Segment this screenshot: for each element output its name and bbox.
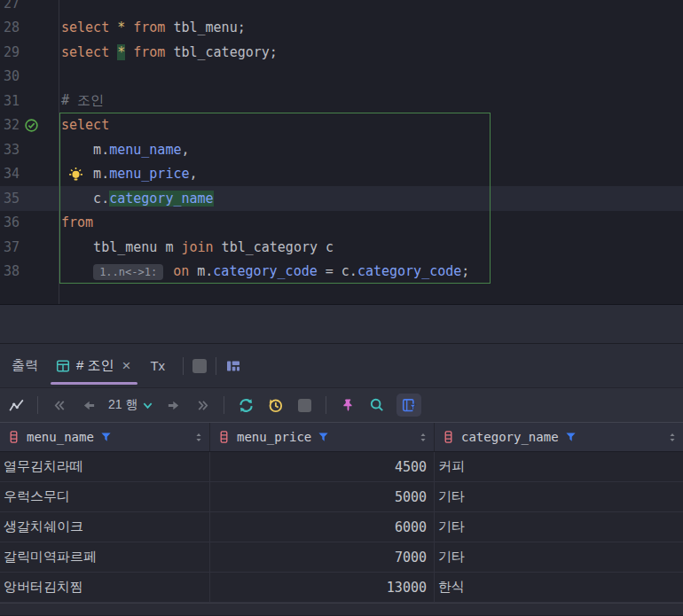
- cell-menu_name[interactable]: 열무김치라떼: [0, 452, 210, 481]
- stop-query-button[interactable]: [294, 395, 314, 415]
- code-segment-id: m.: [189, 263, 213, 279]
- cell-category_name[interactable]: 기타: [435, 542, 683, 572]
- cell-menu_price[interactable]: 7000: [210, 542, 435, 572]
- code-segment-col: menu_price: [109, 166, 189, 182]
- cell-menu_name[interactable]: 갈릭미역파르페: [0, 542, 210, 572]
- code-segment-id: [125, 44, 133, 60]
- table-row[interactable]: 열무김치라떼4500커피: [0, 452, 683, 482]
- page-size-selector[interactable]: 21 행: [108, 397, 153, 413]
- cell-category_name[interactable]: 기타: [435, 482, 683, 511]
- code-line[interactable]: 37 tbl_menu m join tbl_category c: [0, 235, 683, 260]
- code-line[interactable]: 29select * from tbl_category;: [0, 40, 683, 65]
- cell-menu_price[interactable]: 6000: [210, 512, 435, 542]
- sort-icon[interactable]: [193, 432, 204, 443]
- tab-tx[interactable]: Tx: [141, 344, 174, 387]
- line-number: 36: [0, 214, 59, 230]
- layout-settings-button[interactable]: [225, 359, 241, 373]
- code-text[interactable]: from: [59, 214, 93, 230]
- code-line[interactable]: 27: [0, 0, 683, 16]
- column-name: menu_price: [237, 430, 311, 444]
- code-line[interactable]: 34 m.menu_price,: [0, 162, 683, 187]
- arrow-right-icon: [167, 399, 180, 412]
- code-segment-col: category_code: [357, 263, 461, 279]
- line-number: 29: [0, 44, 59, 60]
- sort-icon[interactable]: [667, 432, 678, 443]
- table-row[interactable]: 갈릭미역파르페7000기타: [0, 542, 683, 573]
- previous-page-button[interactable]: [79, 395, 98, 415]
- code-line[interactable]: 31# 조인: [0, 89, 683, 113]
- code-line[interactable]: 30: [0, 65, 683, 90]
- code-segment-id: c.: [61, 191, 109, 207]
- tab-join-result[interactable]: # 조인 ×: [47, 344, 141, 387]
- filter-icon[interactable]: [318, 432, 329, 443]
- close-icon[interactable]: ×: [121, 358, 133, 373]
- arrow-left-icon: [82, 399, 96, 412]
- cell-menu_price[interactable]: 4500: [210, 452, 435, 481]
- code-text[interactable]: tbl_menu m join tbl_category c: [59, 239, 334, 255]
- code-line[interactable]: 32 select: [0, 113, 683, 138]
- code-text[interactable]: 1..n<->1: on m.category_code = c.categor…: [59, 263, 469, 279]
- code-line[interactable]: 28select * from tbl_menu;: [0, 16, 683, 41]
- table-row[interactable]: 생갈치쉐이크6000기타: [0, 512, 683, 542]
- cell-category_name[interactable]: 기타: [435, 512, 683, 542]
- first-page-button[interactable]: [50, 395, 69, 415]
- cell-menu_price[interactable]: 13000: [210, 573, 435, 602]
- toolbar-divider: [37, 396, 38, 414]
- cell-menu_name[interactable]: 우럭스무디: [0, 482, 210, 511]
- code-line[interactable]: 33 m.menu_name,: [0, 137, 683, 162]
- search-button[interactable]: [367, 395, 387, 415]
- code-text[interactable]: select * from tbl_menu;: [59, 19, 246, 35]
- intention-bulb[interactable]: [67, 166, 84, 183]
- code-segment-kw: from: [133, 19, 165, 35]
- code-line[interactable]: 35 c.category_name: [0, 186, 683, 211]
- code-text[interactable]: select * from tbl_category;: [59, 44, 278, 60]
- code-segment-id: tbl_menu;: [165, 19, 245, 35]
- filter-icon[interactable]: [100, 432, 112, 443]
- pin-icon: [341, 398, 356, 413]
- code-segment-id: ;: [461, 263, 469, 279]
- code-line[interactable]: 36from: [0, 211, 683, 236]
- reload-data-button[interactable]: [236, 395, 255, 415]
- code-segment-id: tbl_category;: [165, 44, 277, 60]
- next-page-button[interactable]: [163, 395, 183, 415]
- cell-category_name[interactable]: 한식: [435, 573, 683, 602]
- cell-category_name[interactable]: 커피: [435, 452, 683, 481]
- layout-icon: [225, 359, 241, 373]
- grid-header-row: menu_name menu_price: [0, 422, 683, 452]
- code-text[interactable]: select: [59, 117, 109, 133]
- chart-view-button[interactable]: [6, 395, 26, 415]
- code-lines[interactable]: 2728select * from tbl_menu;29select * fr…: [0, 0, 683, 284]
- check-circle-icon[interactable]: [24, 118, 39, 133]
- code-text[interactable]: # 조인: [59, 92, 104, 109]
- row-count-label: 21 행: [108, 397, 137, 413]
- tab-output[interactable]: 출력: [3, 344, 47, 387]
- line-number: 34: [0, 166, 59, 182]
- column-header-category-name[interactable]: category_name: [435, 423, 683, 451]
- column-header-menu-price[interactable]: menu_price: [210, 423, 435, 451]
- code-line[interactable]: 38 1..n<->1: on m.category_code = c.cate…: [0, 260, 683, 285]
- filter-icon[interactable]: [565, 432, 577, 443]
- clock-history-icon: [267, 397, 284, 414]
- column-icon: [7, 430, 20, 444]
- sort-icon[interactable]: [418, 432, 428, 443]
- code-text[interactable]: c.category_name: [59, 191, 214, 207]
- table-row[interactable]: 앙버터김치찜13000한식: [0, 573, 683, 603]
- lightbulb-icon[interactable]: [67, 166, 84, 183]
- line-number: 35: [0, 191, 59, 207]
- code-segment-hint: 1..n<->1:: [93, 264, 163, 280]
- sql-editor[interactable]: 2728select * from tbl_menu;29select * fr…: [0, 0, 683, 304]
- cell-menu_name[interactable]: 앙버터김치찜: [0, 573, 210, 602]
- table-row[interactable]: 우럭스무디5000기타: [0, 482, 683, 512]
- code-text[interactable]: m.menu_name,: [59, 142, 190, 158]
- column-header-menu-name[interactable]: menu_name: [0, 423, 210, 451]
- tab-join-label: # 조인: [76, 357, 114, 374]
- cell-menu_name[interactable]: 생갈치쉐이크: [0, 512, 210, 542]
- line-chart-icon: [7, 397, 26, 413]
- stop-icon[interactable]: [192, 359, 207, 373]
- pin-tab-button[interactable]: [338, 395, 357, 415]
- double-chevron-right-icon: [196, 399, 209, 412]
- cell-menu_price[interactable]: 5000: [210, 482, 435, 511]
- history-button[interactable]: [265, 395, 285, 415]
- filter-panel-button[interactable]: [396, 394, 421, 417]
- last-page-button[interactable]: [192, 395, 212, 415]
